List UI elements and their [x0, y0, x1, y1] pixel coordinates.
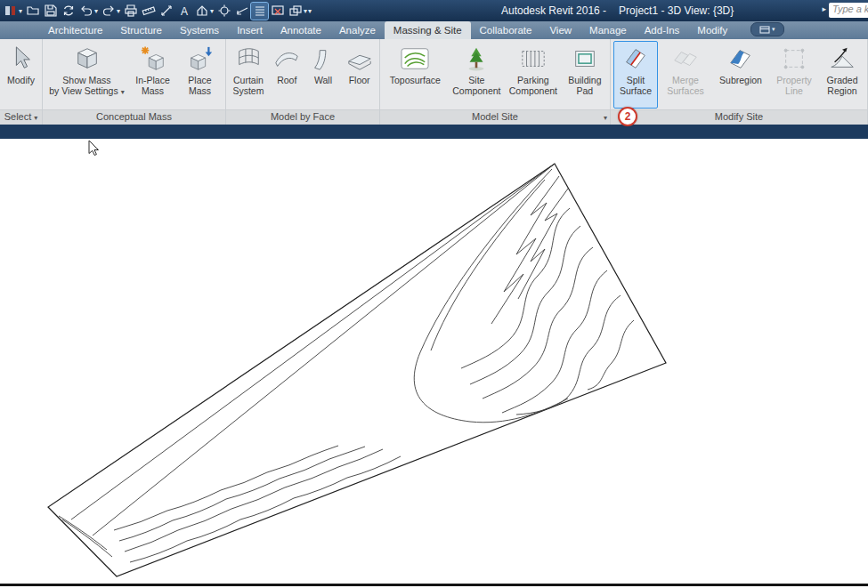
property-line-icon — [781, 44, 807, 74]
document-title: Project1 - 3D View: {3D} — [619, 4, 734, 17]
toposurface-button[interactable]: Toposurface — [383, 41, 448, 109]
customize-qat-caret-icon[interactable]: ▾ — [308, 7, 312, 15]
redo-button[interactable] — [100, 3, 117, 20]
panel-modify-site: Split Surface Merge Surfaces — [611, 39, 868, 125]
search-input[interactable]: Type a k — [829, 3, 868, 18]
measure-button[interactable] — [140, 3, 157, 20]
building-pad-button[interactable]: Building Pad — [563, 41, 607, 109]
panel-select: Modify Select▾ — [0, 39, 43, 125]
curtain-system-label: Curtain System — [231, 76, 266, 96]
section-button[interactable] — [233, 3, 250, 20]
split-surface-icon — [622, 44, 649, 74]
subregion-button[interactable]: Subregion — [713, 41, 768, 109]
title-bar: ▾ ▾ — [0, 0, 868, 21]
tab-massing-site[interactable]: Massing & Site — [385, 21, 471, 39]
roof-button[interactable]: Roof — [270, 41, 304, 109]
render-button[interactable] — [215, 3, 232, 20]
default-3d-view-button[interactable] — [193, 3, 210, 20]
panel-conceptual-mass: Show Mass by View Settings▾ — [43, 39, 226, 125]
text-icon-glyph: A — [181, 5, 188, 18]
ribbon-tab-bar: Architecture Structure Systems Insert An… — [0, 21, 868, 39]
tab-insert[interactable]: Insert — [228, 21, 272, 39]
tab-annotate[interactable]: Annotate — [272, 21, 330, 39]
view-caret-icon[interactable]: ▾ — [210, 7, 214, 15]
tab-analyze[interactable]: Analyze — [330, 21, 385, 39]
qat-caret-icon[interactable]: ▾ — [19, 7, 22, 15]
switch-windows-button[interactable] — [287, 3, 304, 20]
wall-label: Wall — [314, 76, 332, 86]
building-pad-icon — [572, 44, 598, 74]
modify-button[interactable]: Modify — [3, 41, 39, 109]
conceptual-mass-label: Conceptual Mass — [96, 111, 172, 122]
panel-label-select[interactable]: Select▾ — [0, 109, 42, 125]
merge-surfaces-label: Merge Surfaces — [661, 76, 710, 96]
floor-label: Floor — [349, 76, 370, 86]
save-icon — [44, 4, 58, 18]
subregion-icon — [727, 44, 754, 74]
building-pad-label: Building Pad — [564, 76, 605, 96]
panel-label-modify-site[interactable]: Modify Site — [611, 109, 867, 125]
show-mass-caret-icon: ▾ — [121, 88, 125, 96]
modify-cursor-icon — [8, 44, 35, 74]
sync-icon — [61, 4, 76, 18]
tab-modify[interactable]: Modify — [688, 21, 736, 39]
switch-windows-caret-icon[interactable]: ▾ — [304, 7, 307, 15]
open-folder-icon — [26, 4, 40, 18]
split-surface-label: Split Surface — [615, 76, 656, 96]
graded-region-label: Graded Region — [822, 76, 863, 96]
aligned-dimension-button[interactable] — [158, 3, 174, 20]
panel-label-model-by-face[interactable]: Model by Face — [226, 109, 379, 125]
property-line-label: Property Line — [772, 76, 816, 96]
in-place-mass-button[interactable]: In-Place Mass — [129, 41, 177, 109]
tab-architecture[interactable]: Architecture — [39, 21, 111, 39]
tab-collaborate[interactable]: Collaborate — [471, 21, 541, 39]
tab-systems[interactable]: Systems — [171, 21, 228, 39]
split-surface-button[interactable]: Split Surface — [613, 41, 658, 109]
render-sun-icon — [217, 4, 231, 18]
tab-structure[interactable]: Structure — [111, 21, 171, 39]
thin-lines-button[interactable] — [251, 3, 268, 20]
parking-component-label: Parking Component — [507, 76, 559, 96]
model-site-launcher-icon[interactable]: ▾ — [604, 111, 607, 125]
panel-label-model-site[interactable]: Model Site ▾ — [380, 109, 610, 125]
curtain-system-icon — [235, 44, 262, 74]
save-button[interactable] — [42, 3, 59, 20]
app-menu-button[interactable] — [2, 3, 19, 20]
floor-button[interactable]: Floor — [342, 41, 377, 109]
wall-button[interactable]: Wall — [306, 41, 341, 109]
curtain-system-button[interactable]: Curtain System — [229, 41, 268, 109]
floor-icon — [346, 44, 373, 74]
tab-manage[interactable]: Manage — [580, 21, 636, 39]
section-icon — [235, 4, 249, 18]
close-hidden-windows-icon — [271, 4, 285, 18]
site-component-button[interactable]: Site Component — [450, 41, 505, 109]
print-button[interactable] — [122, 3, 139, 20]
toposurface-label: Toposurface — [390, 76, 441, 86]
select-caret-icon: ▾ — [34, 114, 37, 122]
graded-region-button[interactable]: Graded Region — [820, 41, 864, 109]
tab-addins[interactable]: Add-Ins — [636, 21, 689, 39]
panel-model-by-face: Curtain System Roof Wall — [226, 39, 380, 125]
ribbon-display-toggle-button[interactable]: ▾ — [750, 22, 784, 36]
open-button[interactable] — [24, 3, 41, 20]
parking-component-button[interactable]: Parking Component — [506, 41, 561, 109]
drawing-area[interactable] — [0, 139, 868, 584]
sync-button[interactable] — [60, 3, 77, 20]
undo-caret-icon[interactable]: ▾ — [94, 7, 98, 15]
measure-icon — [142, 4, 156, 18]
ribbon-display-caret-icon: ▾ — [772, 26, 775, 33]
panel-label-conceptual-mass[interactable]: Conceptual Mass — [43, 109, 225, 125]
redo-caret-icon[interactable]: ▾ — [117, 7, 120, 15]
modify-label: Modify — [7, 76, 35, 86]
property-line-button: Property Line — [770, 41, 818, 109]
tab-view[interactable]: View — [540, 21, 580, 39]
infocenter-caret-icon[interactable]: ▸ — [822, 4, 826, 13]
switch-windows-icon — [288, 4, 303, 18]
place-mass-button[interactable]: Place Mass — [179, 41, 222, 109]
text-button[interactable]: A — [175, 3, 192, 20]
redo-icon — [101, 4, 116, 18]
model-by-face-label: Model by Face — [271, 111, 335, 122]
undo-button[interactable] — [77, 3, 94, 20]
close-hidden-windows-button[interactable] — [269, 3, 286, 20]
show-mass-button[interactable]: Show Mass by View Settings▾ — [47, 41, 127, 109]
